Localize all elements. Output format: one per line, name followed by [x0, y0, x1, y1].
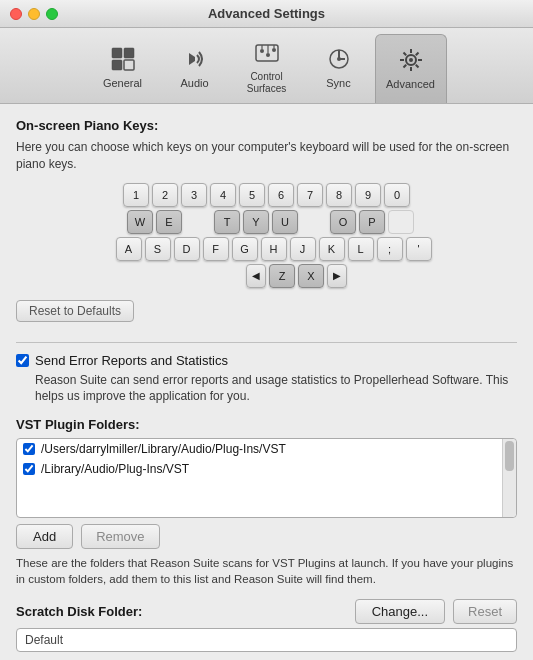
vst-item-0-path: /Users/darrylmiller/Library/Audio/Plug-I…: [41, 442, 286, 456]
vst-scrollbar[interactable]: [502, 439, 516, 517]
control-surfaces-icon: [252, 38, 282, 68]
svg-rect-0: [112, 48, 122, 58]
key-r-space: [185, 210, 211, 234]
advanced-icon: [396, 45, 426, 75]
key-i-space: [301, 210, 327, 234]
svg-line-22: [403, 52, 406, 55]
piano-keys-desc: Here you can choose which keys on your c…: [16, 139, 517, 173]
key-k[interactable]: K: [319, 237, 345, 261]
key-o[interactable]: O: [330, 210, 356, 234]
window-controls[interactable]: [10, 8, 58, 20]
svg-line-25: [403, 64, 406, 67]
key-y[interactable]: Y: [243, 210, 269, 234]
tab-advanced-label: Advanced: [386, 78, 435, 90]
tab-sync[interactable]: Sync: [303, 34, 375, 103]
key-row-numbers: 1 2 3 4 5 6 7 8 9 0: [123, 183, 410, 207]
svg-rect-1: [124, 48, 134, 58]
error-reports-checkbox[interactable]: [16, 354, 29, 367]
key-g[interactable]: G: [232, 237, 258, 261]
keyboard-display: 1 2 3 4 5 6 7 8 9 0 W E T Y U O P: [16, 183, 517, 288]
key-2[interactable]: 2: [152, 183, 178, 207]
key-d[interactable]: D: [174, 237, 200, 261]
tab-sync-label: Sync: [326, 77, 350, 89]
key-f[interactable]: F: [203, 237, 229, 261]
key-3[interactable]: 3: [181, 183, 207, 207]
sync-icon: [324, 44, 354, 74]
vst-item-1-path: /Library/Audio/Plug-Ins/VST: [41, 462, 189, 476]
vst-add-button[interactable]: Add: [16, 524, 73, 549]
key-w[interactable]: W: [127, 210, 153, 234]
scratch-header: Scratch Disk Folder: Change... Reset: [16, 599, 517, 624]
svg-point-6: [260, 49, 264, 53]
scratch-buttons: Change... Reset: [355, 599, 517, 624]
key-bracket[interactable]: [388, 210, 414, 234]
svg-rect-5: [256, 45, 278, 61]
svg-rect-2: [112, 60, 122, 70]
key-z[interactable]: Z: [269, 264, 295, 288]
key-j[interactable]: J: [290, 237, 316, 261]
key-7[interactable]: 7: [297, 183, 323, 207]
key-e[interactable]: E: [156, 210, 182, 234]
divider-1: [16, 342, 517, 343]
key-row-middle: A S D F G H J K L ; ': [116, 237, 432, 261]
key-l[interactable]: L: [348, 237, 374, 261]
key-p[interactable]: P: [359, 210, 385, 234]
tab-general[interactable]: General: [87, 34, 159, 103]
key-x[interactable]: X: [298, 264, 324, 288]
tab-advanced[interactable]: Advanced: [375, 34, 447, 103]
key-a[interactable]: A: [116, 237, 142, 261]
tab-control-surfaces[interactable]: Control Surfaces: [231, 34, 303, 103]
key-9[interactable]: 9: [355, 183, 381, 207]
vst-item-0-checkbox[interactable]: [23, 443, 35, 455]
scratch-folder-display: Default: [16, 628, 517, 652]
svg-line-23: [415, 64, 418, 67]
toolbar: General Audio Control Surfaces: [0, 28, 533, 104]
key-5[interactable]: 5: [239, 183, 265, 207]
svg-point-7: [266, 53, 270, 57]
minimize-button[interactable]: [28, 8, 40, 20]
reset-defaults-button[interactable]: Reset to Defaults: [16, 300, 134, 322]
key-0[interactable]: 0: [384, 183, 410, 207]
key-h[interactable]: H: [261, 237, 287, 261]
key-left-arrow[interactable]: ◀: [246, 264, 266, 288]
scratch-disk-section: Scratch Disk Folder: Change... Reset Def…: [16, 599, 517, 660]
scratch-reset-button[interactable]: Reset: [453, 599, 517, 624]
window-title: Advanced Settings: [208, 6, 325, 21]
error-reports-row: Send Error Reports and Statistics: [16, 353, 517, 368]
piano-keys-section: On-screen Piano Keys: Here you can choos…: [16, 118, 517, 332]
svg-point-8: [272, 48, 276, 52]
maximize-button[interactable]: [46, 8, 58, 20]
vst-remove-button[interactable]: Remove: [81, 524, 159, 549]
key-semicolon[interactable]: ;: [377, 237, 403, 261]
svg-rect-3: [124, 60, 134, 70]
main-content: On-screen Piano Keys: Here you can choos…: [0, 104, 533, 660]
vst-title: VST Plugin Folders:: [16, 417, 517, 432]
piano-keys-title: On-screen Piano Keys:: [16, 118, 517, 133]
key-4[interactable]: 4: [210, 183, 236, 207]
key-t[interactable]: T: [214, 210, 240, 234]
key-u[interactable]: U: [272, 210, 298, 234]
key-row-zx: ◀ Z X ▶: [246, 264, 347, 288]
svg-point-17: [409, 58, 413, 62]
svg-marker-4: [189, 53, 195, 65]
tab-audio[interactable]: Audio: [159, 34, 231, 103]
key-6[interactable]: 6: [268, 183, 294, 207]
tab-audio-label: Audio: [180, 77, 208, 89]
audio-icon: [180, 44, 210, 74]
key-right-arrow[interactable]: ▶: [327, 264, 347, 288]
key-1[interactable]: 1: [123, 183, 149, 207]
key-8[interactable]: 8: [326, 183, 352, 207]
key-s[interactable]: S: [145, 237, 171, 261]
scratch-change-button[interactable]: Change...: [355, 599, 445, 624]
vst-desc: These are the folders that Reason Suite …: [16, 555, 517, 587]
key-row-top: W E T Y U O P: [127, 210, 414, 234]
error-reports-section: Send Error Reports and Statistics Reason…: [16, 353, 517, 406]
svg-line-24: [415, 52, 418, 55]
vst-listbox[interactable]: /Users/darrylmiller/Library/Audio/Plug-I…: [16, 438, 517, 518]
key-quote[interactable]: ': [406, 237, 432, 261]
vst-section: VST Plugin Folders: /Users/darrylmiller/…: [16, 417, 517, 587]
vst-item-1-checkbox[interactable]: [23, 463, 35, 475]
vst-item-1: /Library/Audio/Plug-Ins/VST: [17, 459, 516, 479]
close-button[interactable]: [10, 8, 22, 20]
general-icon: [108, 44, 138, 74]
